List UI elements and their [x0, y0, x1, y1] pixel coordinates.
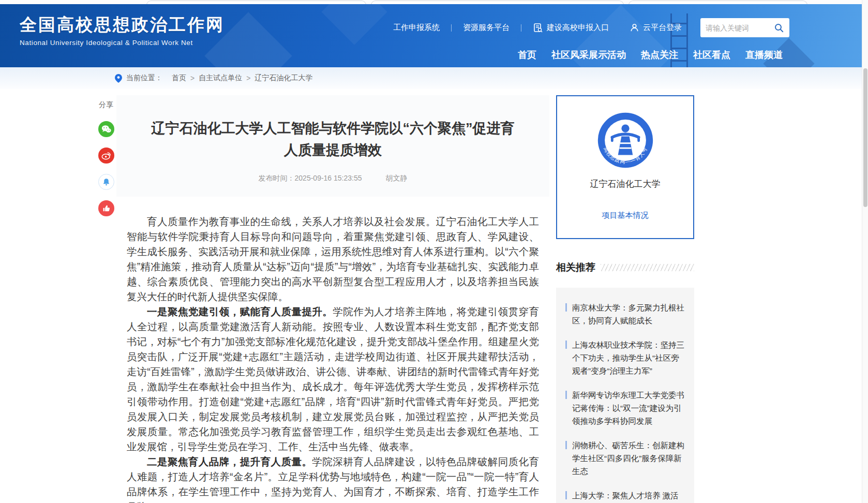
nav-community-highlights[interactable]: 社区看点	[693, 49, 730, 61]
nav-home[interactable]: 首页	[518, 49, 536, 61]
wechat-share-icon[interactable]	[98, 121, 114, 137]
search-icon[interactable]	[774, 23, 784, 33]
related-recommend-title: 相关推荐	[556, 261, 595, 274]
article-author: 胡文静	[385, 174, 407, 182]
site-logo-subtitle: National University Ideological & Politi…	[20, 39, 225, 47]
main-nav: 首页 社区风采展示活动 热点关注 社区看点 直播频道	[518, 49, 783, 61]
link-work-report-system[interactable]: 工作申报系统	[393, 23, 440, 33]
sidebar: 高校思政网——育人号 辽宁石油化工大学 项目基本情况 相关推荐 南京林业大学：多…	[556, 95, 694, 503]
school-name: 辽宁石油化工大学	[562, 178, 688, 190]
item-accent-bar	[565, 303, 567, 312]
divider	[521, 24, 521, 32]
thumbs-up-share-icon[interactable]	[98, 200, 114, 216]
item-accent-bar	[565, 491, 567, 499]
share-rail: 分享	[96, 95, 116, 227]
qq-bell-share-icon[interactable]	[98, 174, 114, 190]
search-box	[700, 18, 789, 37]
school-badge-icon: 高校思政网——育人号	[596, 111, 655, 170]
divider	[451, 24, 452, 32]
stripes-decoration	[601, 264, 694, 271]
related-item-text: 上海农林职业技术学院：坚持三个下功夫，推动学生从“社区旁观者”变身“治理主力军”	[572, 341, 684, 375]
article-title: 辽宁石油化工大学人工智能与软件学院以“六个聚焦”促进育人质量提质增效	[145, 118, 521, 161]
article: 辽宁石油化工大学人工智能与软件学院以“六个聚焦”促进育人质量提质增效 发布时间：…	[116, 95, 549, 503]
related-item-text: 南京林业大学：多元聚力扎根社区，协同育人赋能成长	[572, 303, 684, 325]
article-header: 辽宁石油化工大学人工智能与软件学院以“六个聚焦”促进育人质量提质增效 发布时间：…	[116, 95, 549, 197]
search-input[interactable]	[706, 24, 774, 32]
header-decoration	[321, 4, 387, 45]
related-item[interactable]: 上海大学：聚焦人才培养 激活社区微单元——“特色寝室”创建评选	[565, 489, 685, 503]
related-recommend-header: 相关推荐	[556, 261, 694, 274]
link-resource-platform[interactable]: 资源服务平台	[463, 23, 510, 33]
article-meta: 发布时间：2025-09-16 15:23:55 胡文静	[145, 174, 521, 183]
breadcrumb-separator: >	[190, 74, 194, 82]
paragraph-text: 育人质量作为教育事业的生命线，关系人才培养以及社会发展。辽宁石油化工大学人工智能…	[127, 216, 539, 302]
publish-time-label: 发布时间：	[259, 174, 295, 182]
article-paragraph: 育人质量作为教育事业的生命线，关系人才培养以及社会发展。辽宁石油化工大学人工智能…	[127, 214, 539, 304]
item-accent-bar	[565, 341, 567, 349]
site-logo-title: 全国高校思想政治工作网	[20, 13, 225, 37]
paragraph-lead: 二是聚焦育人品牌，提升育人质量。	[147, 456, 312, 467]
related-item[interactable]: 上海农林职业技术学院：坚持三个下功夫，推动学生从“社区旁观者”变身“治理主力军”	[565, 338, 685, 377]
breadcrumb: 当前位置： 首页 > 自主试点单位 > 辽宁石油化工大学	[0, 67, 868, 89]
article-body: 育人质量作为教育事业的生命线，关系人才培养以及社会发展。辽宁石油化工大学人工智能…	[116, 197, 549, 503]
paragraph-lead: 一是聚焦党建引领，赋能育人质量提升。	[147, 306, 333, 317]
related-item[interactable]: 新华网专访华东理工大学党委书记蒋传海：以“双一流”建设为引领推动多学科协同发展	[565, 389, 685, 427]
browser-tab-strip	[0, 0, 868, 4]
paragraph-text: 学院作为人才培养主阵地，将党建引领贯穿育人全过程，以高质量党建激活育人新动能。按…	[127, 306, 539, 452]
document-search-icon	[533, 23, 543, 33]
related-item-text: 润物耕心、砺苦乐生：创新建构学生社区“四多四化”服务保障新生态	[572, 441, 684, 476]
related-recommend-list: 南京林业大学：多元聚力扎根社区，协同育人赋能成长 上海农林职业技术学院：坚持三个…	[556, 288, 694, 503]
breadcrumb-label: 当前位置：	[126, 73, 162, 83]
related-item[interactable]: 润物耕心、砺苦乐生：创新建构学生社区“四多四化”服务保障新生态	[565, 439, 685, 478]
item-accent-bar	[565, 441, 567, 449]
site-header: 全国高校思想政治工作网 National University Ideologi…	[0, 4, 868, 67]
user-icon	[630, 23, 639, 33]
related-item-text: 新华网专访华东理工大学党委书记蒋传海：以“双一流”建设为引领推动多学科协同发展	[572, 391, 684, 425]
breadcrumb-separator: >	[246, 74, 250, 82]
share-label: 分享	[99, 100, 113, 110]
project-info-link[interactable]: 项目基本情况	[602, 211, 649, 220]
related-item-text: 上海大学：聚焦人才培养 激活社区微单元——“特色寝室”创建评选	[572, 491, 682, 503]
scrollbar-thumb[interactable]	[863, 68, 867, 207]
utility-bar: 工作申报系统 资源服务平台 建设高校申报入口	[393, 18, 789, 37]
page-scrollbar[interactable]	[862, 0, 868, 503]
nav-live-channel[interactable]: 直播频道	[745, 49, 783, 61]
publish-time-value: 2025-09-16 15:23:55	[295, 174, 362, 182]
nav-community-showcase[interactable]: 社区风采展示活动	[551, 49, 626, 61]
page-content: 分享	[0, 89, 868, 503]
location-pin-icon	[115, 74, 122, 83]
link-school-apply-entry[interactable]: 建设高校申报入口	[533, 23, 609, 33]
nav-hot-topics[interactable]: 热点关注	[641, 49, 678, 61]
school-card: 高校思政网——育人号 辽宁石油化工大学 项目基本情况	[556, 95, 694, 239]
link-cloud-login[interactable]: 云平台登录	[630, 23, 682, 33]
breadcrumb-pilot-units[interactable]: 自主试点单位	[199, 73, 242, 83]
weibo-share-icon[interactable]	[98, 147, 114, 164]
breadcrumb-home[interactable]: 首页	[172, 73, 186, 83]
item-accent-bar	[565, 391, 567, 399]
related-item[interactable]: 南京林业大学：多元聚力扎根社区，协同育人赋能成长	[565, 301, 685, 327]
breadcrumb-current-school[interactable]: 辽宁石油化工大学	[255, 73, 312, 83]
article-paragraph: 二是聚焦育人品牌，提升育人质量。学院深耕育人品牌建设，以特色品牌破解同质化育人难…	[127, 454, 539, 503]
site-logo[interactable]: 全国高校思想政治工作网 National University Ideologi…	[20, 13, 225, 47]
article-paragraph: 一是聚焦党建引领，赋能育人质量提升。学院作为人才培养主阵地，将党建引领贯穿育人全…	[127, 304, 539, 454]
